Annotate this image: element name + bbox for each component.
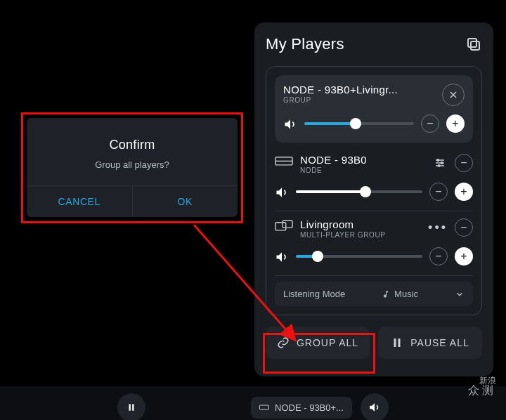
equalizer-icon[interactable] [431, 154, 449, 172]
volume-icon[interactable] [283, 117, 297, 130]
volume-minus-button[interactable]: − [421, 114, 439, 133]
listening-mode-label: Listening Mode [283, 289, 345, 299]
dialog-message: Group all players? [95, 159, 169, 170]
group-all-label: GROUP ALL [297, 337, 358, 348]
player-volume-slider[interactable] [296, 255, 422, 258]
volume-icon[interactable] [275, 185, 289, 198]
svg-rect-7 [275, 223, 286, 230]
svg-point-4 [437, 159, 439, 162]
device-node-icon [275, 155, 293, 168]
chevron-down-icon [455, 289, 465, 299]
svg-rect-10 [398, 339, 401, 347]
ok-button[interactable]: OK [132, 186, 238, 217]
my-players-panel: My Players NODE - 93B0+Livingr... GROUP [254, 22, 493, 376]
cancel-button[interactable]: CANCEL [27, 186, 132, 217]
volume-plus-button[interactable]: + [455, 247, 473, 265]
listening-mode-select[interactable]: Listening Mode Music [275, 282, 473, 306]
player-name: NODE - 93B0 [300, 154, 424, 166]
group-all-button[interactable]: GROUP ALL [266, 327, 370, 359]
player-group-card[interactable]: NODE - 93B0+Livingr... GROUP − [275, 75, 473, 143]
remove-button[interactable]: − [455, 218, 473, 237]
svg-rect-0 [471, 41, 479, 50]
pause-all-label: PAUSE ALL [410, 337, 469, 348]
svg-point-5 [441, 162, 443, 164]
player-sub: Multi-player Group [300, 231, 420, 239]
dialog-title: Confirm [109, 138, 155, 152]
player-item[interactable]: Livingroom Multi-player Group ••• − − + [275, 211, 473, 276]
volume-button[interactable] [361, 393, 389, 420]
copy-icon[interactable] [465, 36, 482, 53]
svg-rect-13 [260, 405, 269, 409]
group-name: NODE - 93B0+Livingr... [283, 84, 435, 96]
player-sub: NODE [300, 166, 424, 174]
pause-icon [391, 336, 403, 349]
player-list: NODE - 93B0+Livingr... GROUP − [266, 66, 482, 315]
device-group-icon [275, 220, 293, 232]
svg-rect-12 [132, 404, 134, 410]
svg-rect-8 [283, 221, 292, 228]
bottom-bar: NODE - 93B0+... [0, 386, 506, 420]
remove-button[interactable]: − [455, 154, 473, 172]
music-icon [382, 290, 390, 298]
svg-point-6 [438, 165, 440, 167]
listening-mode-value: Music [394, 289, 418, 299]
device-icon [259, 404, 269, 411]
player-volume-slider[interactable] [296, 190, 422, 193]
confirm-dialog: Confirm Group all players? CANCEL OK [27, 118, 238, 217]
svg-rect-1 [468, 39, 476, 47]
group-volume-slider[interactable] [304, 122, 414, 125]
close-icon[interactable] [442, 84, 465, 106]
volume-icon[interactable] [275, 250, 289, 263]
group-sub: GROUP [283, 96, 435, 104]
volume-minus-button[interactable]: − [429, 183, 448, 201]
volume-minus-button[interactable]: − [429, 247, 448, 265]
svg-rect-9 [394, 339, 396, 347]
volume-plus-button[interactable]: + [455, 183, 473, 201]
now-playing-button[interactable]: NODE - 93B0+... [251, 397, 352, 419]
more-icon[interactable]: ••• [427, 221, 449, 235]
player-item[interactable]: NODE - 93B0 NODE − − [275, 147, 473, 211]
play-pause-button[interactable] [117, 393, 145, 420]
volume-plus-button[interactable]: + [446, 114, 465, 133]
now-playing-label: NODE - 93B0+... [275, 402, 344, 413]
link-icon [277, 336, 290, 349]
svg-rect-11 [129, 404, 131, 410]
pause-all-button[interactable]: PAUSE ALL [378, 327, 482, 359]
panel-title: My Players [266, 35, 344, 53]
player-name: Livingroom [300, 218, 420, 230]
